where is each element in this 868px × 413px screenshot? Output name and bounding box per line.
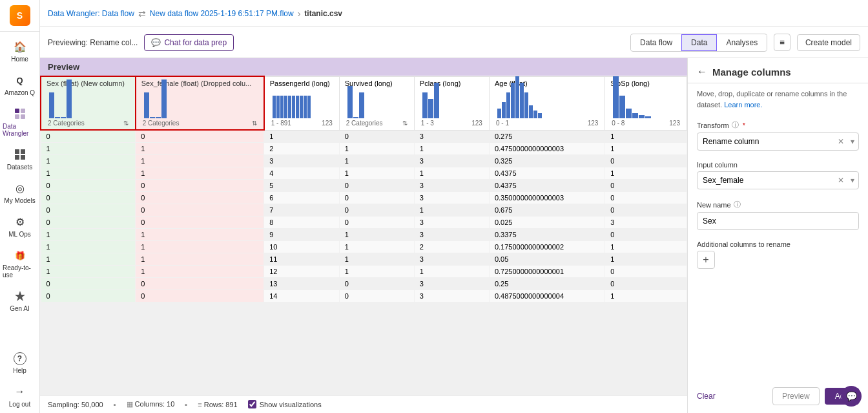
cell-age-0: 0.275	[489, 130, 604, 143]
sort-icon-sibsp[interactable]: 123	[669, 120, 680, 127]
sidebar-item-amazon-q[interactable]: Q Amazon Q	[0, 68, 39, 101]
input-column-label: Input column	[697, 161, 859, 169]
sidebar-item-help[interactable]: ? Help	[0, 347, 39, 379]
sidebar-item-datasets[interactable]: Datasets	[0, 142, 39, 176]
show-viz-label: Show visualizations	[260, 401, 322, 408]
transform-select[interactable]: Rename column	[698, 133, 858, 150]
cell-pclass-5: 3	[414, 192, 489, 204]
chat-btn-label: Chat for data prep	[164, 38, 227, 47]
bar	[639, 115, 645, 118]
sort-icon-age[interactable]: 123	[588, 120, 599, 127]
sidebar-item-gen-ai[interactable]: Gen AI	[0, 284, 39, 317]
bar	[353, 117, 358, 118]
chat-for-data-prep-button[interactable]: 💬 Chat for data prep	[144, 34, 234, 51]
cell-sex-new-6: 0	[41, 204, 136, 217]
new-name-info-icon[interactable]: ⓘ	[734, 200, 741, 209]
bar	[61, 117, 66, 118]
back-arrow-icon[interactable]: ←	[697, 66, 707, 78]
cell-passengerid-9: 10	[264, 241, 340, 253]
cell-age-4: 0.4375	[489, 180, 604, 192]
input-column-dropdown-icon[interactable]: ▾	[851, 176, 854, 185]
input-column-clear-icon[interactable]: ✕	[838, 176, 844, 185]
sidebar-label-ml-ops: ML Ops	[8, 231, 31, 238]
cell-sex-new-4: 0	[41, 180, 136, 192]
bar	[533, 111, 537, 118]
sidebar-item-log-out[interactable]: → Log out	[0, 379, 39, 413]
transform-dropdown-icon[interactable]: ▾	[851, 137, 854, 146]
sort-icon-sex-new[interactable]: ⇅	[123, 120, 129, 127]
bar	[144, 92, 149, 118]
cell-sex-new-7: 0	[41, 217, 136, 229]
cell-age-5: 0.3500000000000003	[489, 192, 604, 204]
home-icon: 🏠	[13, 39, 27, 54]
preview-button[interactable]: Preview	[772, 387, 820, 405]
cell-pclass-11: 1	[414, 266, 489, 278]
cell-pclass-4: 3	[414, 180, 489, 192]
sidebar-label-home: Home	[11, 56, 28, 63]
cell-sibsp-1: 1	[605, 143, 687, 155]
chat-fab-icon: 💬	[846, 391, 857, 401]
cell-age-9: 0.1750000000000002	[489, 241, 604, 253]
sidebar-item-my-models[interactable]: ◎ My Models	[0, 176, 39, 209]
cell-age-11: 0.7250000000000001	[489, 266, 604, 278]
cell-sibsp-9: 1	[605, 241, 687, 253]
tab-data-flow[interactable]: Data flow	[631, 35, 681, 50]
sort-icon-pclass[interactable]: 123	[471, 120, 482, 127]
table-row: 1 1 10 1 2 0.1750000000000002 1	[41, 241, 687, 253]
col-header-survived: Survived (long) 2 Categories ⇅	[339, 76, 414, 130]
table-row: 0 0 6 0 3 0.3500000000000003 0	[41, 192, 687, 204]
cell-sibsp-13: 1	[605, 290, 687, 302]
create-model-button[interactable]: Create model	[797, 34, 860, 51]
cell-sibsp-4: 0	[605, 180, 687, 192]
sidebar-label-data-wrangler: Data Wrangler	[3, 123, 37, 137]
right-panel: ← Manage columns Move, drop, duplicate o…	[687, 58, 868, 413]
sort-icon-sex-dropped[interactable]: ⇅	[252, 120, 257, 127]
chat-fab-button[interactable]: 💬	[841, 386, 862, 407]
cell-survived-8: 1	[339, 229, 414, 241]
tab-analyses[interactable]: Analyses	[717, 35, 767, 50]
bar	[515, 76, 519, 118]
breadcrumb-file: titanic.csv	[304, 9, 342, 18]
clear-button[interactable]: Clear	[697, 392, 716, 401]
sidebar-item-ml-ops[interactable]: ⚙ ML Ops	[0, 209, 39, 243]
cell-age-3: 0.4375	[489, 167, 604, 180]
viz-checkbox[interactable]	[248, 400, 256, 408]
cell-age-6: 0.675	[489, 204, 604, 217]
tab-data[interactable]: Data	[681, 34, 717, 51]
sort-icon-passengerid[interactable]: 123	[322, 120, 333, 127]
cell-passengerid-3: 4	[264, 167, 340, 180]
show-visualizations-toggle[interactable]: Show visualizations	[248, 400, 322, 408]
col-header-sex-dropped: Sex_female (float) (Dropped colu... 2 Ca…	[136, 76, 264, 130]
bar	[359, 92, 364, 118]
list-view-button[interactable]: ≡	[774, 34, 790, 51]
sidebar-item-home[interactable]: 🏠 Home	[0, 34, 39, 68]
cell-age-2: 0.325	[489, 155, 604, 167]
cell-pclass-7: 3	[414, 217, 489, 229]
svg-rect-6	[15, 155, 19, 160]
input-column-select[interactable]: Sex_female	[698, 172, 858, 189]
content-area: Preview Sex (float) (New column)	[40, 58, 868, 413]
learn-more-link[interactable]: Learn more.	[724, 101, 762, 109]
bar	[422, 92, 428, 118]
transform-info-icon[interactable]: ⓘ	[732, 120, 739, 130]
bar	[273, 96, 276, 118]
cell-passengerid-5: 6	[264, 192, 340, 204]
breadcrumb-sep2: ›	[298, 8, 301, 19]
new-name-input[interactable]	[697, 212, 859, 230]
preview-header: Preview	[40, 58, 687, 76]
cell-sex-new-0: 0	[41, 130, 136, 143]
col-header-passengerid: PassengerId (long)	[264, 76, 340, 130]
col-stats-pclass: 1 - 3	[421, 120, 434, 127]
transform-clear-icon[interactable]: ✕	[838, 137, 844, 146]
cell-age-12: 0.25	[489, 278, 604, 290]
data-table-wrapper[interactable]: Sex (float) (New column) 2 Categories	[40, 76, 687, 395]
add-column-button[interactable]: +	[697, 251, 715, 269]
cell-passengerid-4: 5	[264, 180, 340, 192]
breadcrumb-data-wrangler[interactable]: Data Wrangler: Data flow	[48, 9, 134, 18]
breadcrumb-flow[interactable]: New data flow 2025-1-19 6:51:17 PM.flow	[150, 9, 294, 18]
sidebar-item-ready-to-use[interactable]: 🎁 Ready-to-use	[0, 243, 39, 284]
sort-icon-survived[interactable]: ⇅	[402, 120, 408, 127]
col-header-sex-new: Sex (float) (New column) 2 Categories	[41, 76, 136, 130]
table-row: 0 0 7 0 1 0.675 0	[41, 204, 687, 217]
sidebar-item-data-wrangler[interactable]: Data Wrangler	[0, 101, 39, 142]
